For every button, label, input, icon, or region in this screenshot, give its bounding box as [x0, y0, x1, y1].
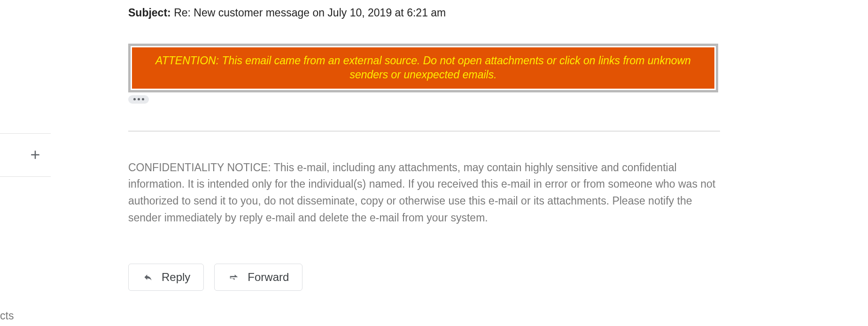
show-trimmed-content-button[interactable]	[128, 95, 149, 104]
subject-line: Subject: Re: New customer message on Jul…	[128, 7, 720, 19]
reply-label: Reply	[162, 271, 190, 284]
action-buttons-row: Reply Forward	[128, 264, 720, 291]
email-main: Subject: Re: New customer message on Jul…	[128, 0, 720, 291]
sidebar-divider-bottom	[0, 176, 51, 177]
ellipsis-icon	[133, 98, 136, 100]
add-button[interactable]	[28, 148, 42, 165]
plus-icon	[28, 148, 42, 162]
subject-value: Re: New customer message on July 10, 201…	[174, 7, 446, 19]
separator	[128, 131, 720, 131]
confidentiality-notice: CONFIDENTIALITY NOTICE: This e-mail, inc…	[128, 159, 718, 227]
sidebar-divider-top	[0, 133, 51, 134]
external-warning-banner: ATTENTION: This email came from an exter…	[128, 44, 718, 92]
forward-label: Forward	[248, 271, 289, 284]
sidebar-label-cut: cts	[0, 310, 14, 322]
forward-button[interactable]: Forward	[214, 264, 302, 291]
forward-icon	[228, 273, 240, 282]
subject-label: Subject:	[128, 7, 171, 19]
ellipsis-icon	[142, 98, 144, 100]
external-warning-text: ATTENTION: This email came from an exter…	[132, 47, 714, 89]
reply-icon	[142, 273, 154, 282]
reply-button[interactable]: Reply	[128, 264, 204, 291]
ellipsis-icon	[138, 98, 140, 100]
sidebar: cts	[0, 0, 51, 326]
